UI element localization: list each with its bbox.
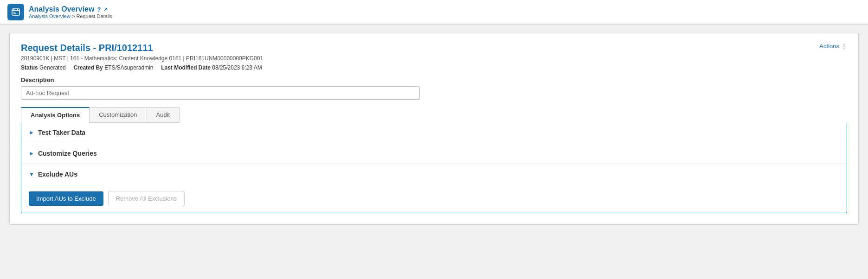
exclude-aus-content: Import AUs to Exclude Remove All Exclusi… (21, 184, 847, 213)
tab-audit[interactable]: Audit (147, 107, 180, 123)
request-details-card: Request Details - PRI/1012111 Actions ⋮ … (9, 33, 859, 225)
breadcrumb-item-1[interactable]: Analysis Overview (29, 13, 71, 19)
svg-rect-3 (17, 8, 18, 10)
tab-panel: ► Test Taker Data ► Customize Queries ▼ (21, 122, 847, 213)
status-value: Generated (39, 64, 66, 71)
created-by-label: Created By (73, 64, 103, 71)
accordion-exclude-aus: ▼ Exclude AUs Import AUs to Exclude Remo… (21, 164, 847, 213)
request-title: Request Details - PRI/1012111 (21, 43, 153, 53)
accordion-customize-queries-label: Customize Queries (38, 150, 97, 157)
last-modified-label: Last Modified Date (161, 64, 211, 71)
tab-audit-label: Audit (156, 111, 170, 118)
request-status-line: Status Generated Created By ETS/SAsupera… (21, 64, 847, 71)
description-input[interactable] (21, 86, 420, 100)
app-icon (7, 4, 24, 20)
help-icon[interactable]: ? (97, 6, 101, 13)
tab-analysis-options[interactable]: Analysis Options (21, 107, 90, 123)
svg-rect-1 (12, 10, 19, 11)
app-header: Analysis Overview ? ↗ Analysis Overview … (0, 0, 868, 25)
main-content: Request Details - PRI/1012111 Actions ⋮ … (0, 25, 868, 233)
import-aus-label: Import AUs to Exclude (36, 195, 96, 202)
status-label: Status (21, 64, 38, 71)
accordion-test-taker-data-header[interactable]: ► Test Taker Data (21, 122, 847, 143)
chevron-exclude-aus: ▼ (29, 171, 34, 178)
remove-all-exclusions-label: Remove All Exclusions (116, 195, 177, 202)
request-title-row: Request Details - PRI/1012111 Actions ⋮ (21, 43, 847, 53)
accordion-exclude-aus-label: Exclude AUs (38, 171, 77, 178)
last-modified-value: 08/25/2023 6:23 AM (212, 64, 262, 71)
external-link-icon[interactable]: ↗ (103, 6, 108, 13)
accordion-exclude-aus-header[interactable]: ▼ Exclude AUs (21, 164, 847, 184)
tab-customization[interactable]: Customization (89, 107, 147, 123)
created-by-value: ETS/SAsuperadmin (104, 64, 153, 71)
app-title-block: Analysis Overview ? ↗ Analysis Overview … (29, 5, 112, 19)
svg-rect-5 (13, 13, 16, 14)
tab-panel-wrapper: ► Test Taker Data ► Customize Queries ▼ (21, 122, 847, 213)
actions-label: Actions (819, 43, 839, 50)
tab-customization-label: Customization (99, 111, 137, 118)
app-title: Analysis Overview ? ↗ (29, 5, 112, 13)
description-label: Description (21, 76, 847, 83)
breadcrumb-item-2: Request Details (76, 13, 112, 19)
svg-rect-0 (12, 9, 19, 15)
remove-all-exclusions-button[interactable]: Remove All Exclusions (108, 191, 185, 206)
accordion-test-taker-data-label: Test Taker Data (38, 129, 85, 136)
tab-analysis-options-label: Analysis Options (31, 112, 80, 119)
tabs-container: Analysis Options Customization Audit (21, 107, 847, 123)
chevron-test-taker-data: ► (29, 129, 34, 136)
svg-rect-2 (13, 8, 14, 10)
actions-icon: ⋮ (841, 43, 847, 50)
breadcrumb-separator: > (72, 13, 76, 19)
chevron-customize-queries: ► (29, 150, 34, 157)
request-meta-line: 20190901K | MST | 161 - Mathematics: Con… (21, 55, 847, 62)
accordion-customize-queries: ► Customize Queries (21, 143, 847, 164)
svg-rect-4 (13, 12, 15, 13)
breadcrumb: Analysis Overview > Request Details (29, 13, 112, 19)
import-aus-button[interactable]: Import AUs to Exclude (29, 191, 103, 206)
app-title-text: Analysis Overview (29, 5, 94, 13)
accordion-test-taker-data: ► Test Taker Data (21, 122, 847, 143)
actions-button[interactable]: Actions ⋮ (819, 43, 847, 50)
accordion-customize-queries-header[interactable]: ► Customize Queries (21, 143, 847, 164)
